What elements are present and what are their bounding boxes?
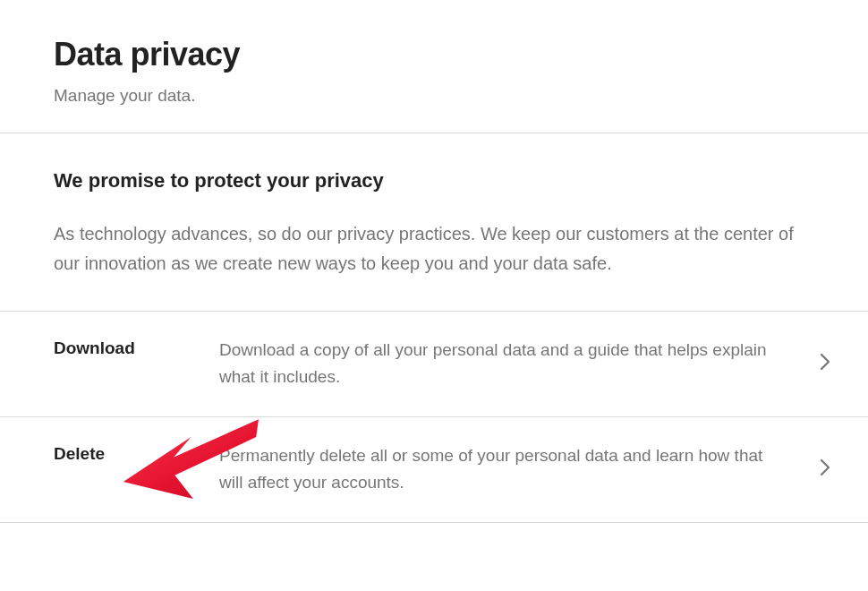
download-description: Download a copy of all your personal dat… bbox=[219, 337, 814, 391]
download-data-row[interactable]: Download Download a copy of all your per… bbox=[0, 311, 868, 416]
divider bbox=[0, 522, 868, 523]
delete-data-row[interactable]: Delete Permanently delete all or some of… bbox=[0, 416, 868, 522]
delete-label: Delete bbox=[54, 442, 219, 464]
page-subtitle: Manage your data. bbox=[54, 86, 814, 106]
chevron-right-icon bbox=[820, 458, 830, 480]
privacy-promise-section: We promise to protect your privacy As te… bbox=[0, 133, 868, 311]
promise-title: We promise to protect your privacy bbox=[54, 169, 814, 193]
delete-description: Permanently delete all or some of your p… bbox=[219, 442, 814, 497]
promise-body: As technology advances, so do our privac… bbox=[54, 219, 814, 278]
page-title: Data privacy bbox=[54, 36, 814, 73]
download-label: Download bbox=[54, 337, 219, 358]
chevron-right-icon bbox=[820, 353, 830, 374]
page-header: Data privacy Manage your data. bbox=[0, 0, 868, 133]
